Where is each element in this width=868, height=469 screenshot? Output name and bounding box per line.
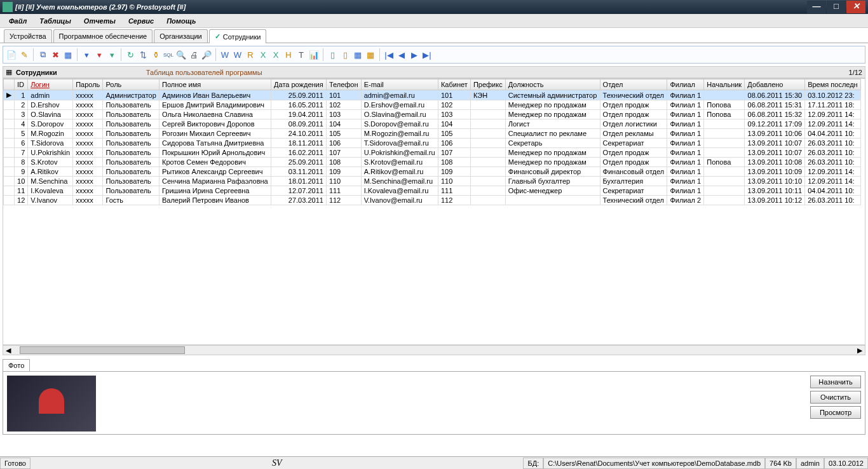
scroll-thumb[interactable] — [20, 346, 185, 354]
new-icon[interactable]: 📄 — [6, 49, 17, 60]
filter-add-icon[interactable]: ▾ — [106, 49, 118, 60]
col-header[interactable]: Филиал — [667, 79, 704, 90]
refresh-icon[interactable]: ↻ — [125, 49, 136, 60]
preview-icon[interactable]: 🔎 — [201, 49, 212, 60]
col-header[interactable]: Время последн — [805, 79, 861, 90]
main-tabs: УстройстваПрограммное обеспечениеОрганиз… — [0, 28, 868, 43]
sort-icon[interactable]: ⇅ — [137, 49, 149, 60]
table-header-bar: ▦ Сотрудники Таблица пользователей прогр… — [3, 66, 865, 78]
col-header[interactable] — [4, 79, 15, 90]
clear-photo-button[interactable]: Очистить — [810, 391, 861, 404]
nav-last-icon[interactable]: ▶| — [421, 49, 433, 60]
col-cfg2-icon[interactable]: ▦ — [365, 49, 376, 60]
table-row[interactable]: 11I.KovalevaxxxxxПользовательГришина Ири… — [4, 186, 861, 196]
menu-таблицы[interactable]: Таблицы — [33, 15, 78, 27]
table-row[interactable]: 7U.PokrishkinxxxxxПользовательПокрышкин … — [4, 148, 861, 158]
col-header[interactable]: Телефон — [326, 79, 361, 90]
table-row[interactable]: ▶1adminxxxxxАдминистраторАдминов Иван Ва… — [4, 90, 861, 100]
col-header[interactable]: Дата рождения — [271, 79, 327, 90]
table-icon: ▦ — [6, 68, 12, 76]
scroll-right-icon[interactable]: ▶ — [855, 346, 865, 355]
photo-panel: Назначить Очистить Просмотр — [3, 371, 865, 435]
export-excel-icon[interactable]: X — [257, 49, 269, 60]
table-icon[interactable]: ▦ — [62, 49, 74, 60]
table-row[interactable]: 9A.RitikovxxxxxПользовательРытиков Алекс… — [4, 167, 861, 177]
col-header[interactable]: ID — [15, 79, 28, 90]
table-row[interactable]: 4S.DoropovxxxxxПользовательСергей Виктор… — [4, 119, 861, 129]
col-cfg-icon[interactable]: ▦ — [352, 49, 363, 60]
maximize-button[interactable]: □ — [827, 1, 846, 13]
employee-photo[interactable] — [7, 376, 96, 432]
tab-Устройства[interactable]: Устройства — [4, 29, 52, 43]
table-row[interactable]: 8S.KrotovxxxxxПользовательКротов Семен Ф… — [4, 158, 861, 167]
export-html-icon[interactable]: H — [283, 49, 294, 60]
export-rtf-icon[interactable]: R — [245, 49, 256, 60]
col-add-icon[interactable]: ▯ — [327, 49, 338, 60]
search-icon[interactable]: 🔍 — [175, 49, 187, 60]
table-row[interactable]: 12V.IvanovxxxxxГостьВалерий Петрович Ива… — [4, 196, 861, 205]
tab-Сотрудники[interactable]: ✓Сотрудники — [209, 29, 267, 43]
nav-next-icon[interactable]: ▶ — [409, 49, 420, 60]
titlebar: [#] [#] Учет компьютеров (2.97) © Prosto… — [0, 0, 868, 14]
menubar: ФайлТаблицыОтчетыСервисПомощь — [0, 14, 868, 28]
export-word2-icon[interactable]: W — [232, 49, 243, 60]
col-header[interactable]: Полное имя — [159, 79, 271, 90]
copy-icon[interactable]: ⧉ — [37, 49, 48, 60]
window-title: [#] [#] Учет компьютеров (2.97) © Prosto… — [15, 3, 806, 11]
scroll-left-icon[interactable]: ◀ — [3, 346, 13, 355]
menu-отчеты[interactable]: Отчеты — [78, 15, 122, 27]
app-icon — [3, 2, 13, 12]
col-header[interactable]: Логин — [28, 79, 73, 90]
print-icon[interactable]: 🖨 — [188, 49, 200, 60]
photo-tab-bar: Фото — [3, 359, 865, 371]
table-title: Сотрудники — [16, 69, 57, 76]
table-row[interactable]: 6T.SidorovaxxxxxПользовательСидорова Тат… — [4, 139, 861, 148]
export-excel2-icon[interactable]: X — [270, 49, 281, 60]
check-icon: ✓ — [215, 32, 220, 41]
table-row[interactable]: 10M.SenchinaxxxxxПользовательСенчина Мар… — [4, 177, 861, 186]
col-header[interactable]: E-mail — [361, 79, 438, 90]
col-del-icon[interactable]: ▯ — [339, 49, 351, 60]
col-header[interactable]: Пароль — [73, 79, 103, 90]
photo-tab[interactable]: Фото — [3, 359, 30, 371]
filter-icon[interactable]: ▾ — [81, 49, 92, 60]
table-description: Таблица пользователей программы — [146, 69, 262, 76]
nav-first-icon[interactable]: |◀ — [383, 49, 395, 60]
col-header[interactable]: Роль — [103, 79, 159, 90]
nav-prev-icon[interactable]: ◀ — [396, 49, 407, 60]
filter-clear-icon[interactable]: ▾ — [93, 49, 105, 60]
table-row[interactable]: 2D.ErshovxxxxxПользовательЕршов Дмитрий … — [4, 100, 861, 110]
edit-icon[interactable]: ✎ — [18, 49, 30, 60]
minimize-button[interactable]: — — [807, 1, 826, 13]
assign-photo-button[interactable]: Назначить — [810, 376, 861, 388]
row-counter: 1/12 — [849, 69, 862, 76]
view-photo-button[interactable]: Просмотр — [810, 406, 861, 419]
group-icon[interactable]: ⚱ — [150, 49, 161, 60]
export-txt-icon[interactable]: T — [295, 49, 307, 60]
col-header[interactable]: Отдел — [600, 79, 667, 90]
tab-Организации[interactable]: Организации — [154, 29, 208, 43]
table-row[interactable]: 3O.SlavinaxxxxxПользовательОльга Николае… — [4, 110, 861, 119]
table-row[interactable]: 5M.RogozinxxxxxПользовательРогозин Михаи… — [4, 129, 861, 139]
tab-Программное обеспечение[interactable]: Программное обеспечение — [53, 29, 153, 43]
menu-файл[interactable]: Файл — [3, 15, 33, 27]
delete-icon[interactable]: ✖ — [50, 49, 61, 60]
col-header[interactable]: Кабинет — [438, 79, 470, 90]
export-word-icon[interactable]: W — [219, 49, 231, 60]
horizontal-scrollbar[interactable]: ◀ ▶ — [3, 345, 865, 355]
sql-icon[interactable]: SQL — [163, 49, 174, 60]
menu-помощь[interactable]: Помощь — [160, 15, 202, 27]
close-button[interactable]: ✕ — [846, 1, 865, 13]
chart-icon[interactable]: 📊 — [308, 49, 320, 60]
col-header[interactable]: Добавлено — [745, 79, 805, 90]
toolbar: 📄✎⧉✖▦▾▾▾↻⇅⚱SQL🔍🖨🔎WWRXXHT📊▯▯▦▦|◀◀▶▶| — [3, 46, 865, 64]
col-header[interactable]: Должность — [505, 79, 600, 90]
col-header[interactable]: Начальник — [704, 79, 745, 90]
menu-сервис[interactable]: Сервис — [122, 15, 160, 27]
data-grid[interactable]: IDЛогинПарольРольПолное имяДата рождения… — [3, 78, 865, 345]
col-header[interactable]: Префикс — [470, 79, 505, 90]
